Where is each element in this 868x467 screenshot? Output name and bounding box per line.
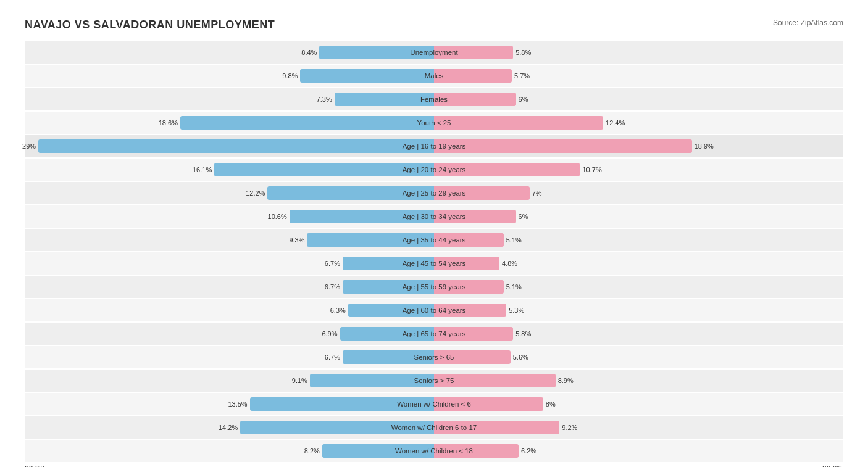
- row-inner: 7.3% 6% Females: [25, 88, 843, 110]
- navajo-bar: [214, 163, 434, 176]
- salvadoran-value: 5.6%: [513, 353, 528, 361]
- salvadoran-value: 6%: [519, 96, 528, 103]
- axis-right-label: 30.0%: [822, 465, 843, 467]
- row-inner: 8.2% 6.2% Women w/ Children < 18: [25, 440, 843, 462]
- navajo-value: 6.9%: [322, 330, 337, 337]
- navajo-value: 13.5%: [228, 400, 247, 408]
- bar-row: 8.4% 5.8% Unemployment: [25, 41, 843, 64]
- bar-row: 18.6% 12.4% Youth < 25: [25, 112, 843, 134]
- navajo-bar: [38, 139, 434, 153]
- right-section: 6.2%: [434, 440, 843, 462]
- right-section: 18.9%: [434, 135, 843, 157]
- navajo-bar: [348, 304, 434, 317]
- right-section: 5.1%: [434, 276, 843, 298]
- row-inner: 10.6% 6% Age | 30 to 34 years: [25, 205, 843, 228]
- navajo-bar: [290, 210, 434, 223]
- bar-row: 9.1% 8.9% Seniors > 75: [25, 370, 843, 392]
- left-section: 6.9%: [25, 323, 434, 345]
- salvadoran-value: 5.7%: [514, 72, 530, 80]
- bar-row: 8.2% 6.2% Women w/ Children < 18: [25, 440, 843, 462]
- left-section: 6.7%: [25, 276, 434, 298]
- right-section: 8.9%: [434, 370, 843, 392]
- salvadoran-bar: [434, 69, 512, 83]
- chart-title: NAVAJO VS SALVADORAN UNEMPLOYMENT: [25, 19, 275, 31]
- navajo-bar: [335, 93, 434, 106]
- left-section: 12.2%: [25, 182, 434, 204]
- bar-row: 12.2% 7% Age | 25 to 29 years: [25, 182, 843, 204]
- right-section: 5.1%: [434, 229, 843, 251]
- salvadoran-value: 18.9%: [695, 143, 714, 150]
- left-section: 10.6%: [25, 205, 434, 228]
- navajo-bar: [307, 233, 434, 247]
- right-section: 6%: [434, 205, 843, 228]
- navajo-value: 7.3%: [317, 96, 332, 103]
- navajo-value: 6.3%: [330, 307, 346, 314]
- navajo-value: 6.7%: [325, 260, 340, 267]
- bar-row: 29% 18.9% Age | 16 to 19 years: [25, 135, 843, 157]
- navajo-value: 9.3%: [289, 236, 304, 244]
- navajo-bar: [240, 421, 434, 434]
- row-inner: 6.3% 5.3% Age | 60 to 64 years: [25, 299, 843, 321]
- row-inner: 29% 18.9% Age | 16 to 19 years: [25, 135, 843, 157]
- salvadoran-value: 5.8%: [515, 330, 531, 337]
- salvadoran-bar: [434, 280, 504, 294]
- left-section: 7.3%: [25, 88, 434, 110]
- salvadoran-value: 9.2%: [562, 424, 577, 431]
- navajo-value: 10.6%: [268, 213, 287, 220]
- right-section: 5.7%: [434, 65, 843, 87]
- navajo-bar: [343, 350, 434, 364]
- navajo-bar: [300, 69, 434, 83]
- salvadoran-value: 5.8%: [515, 49, 531, 56]
- navajo-bar: [310, 374, 434, 387]
- salvadoran-bar: [434, 350, 511, 364]
- navajo-value: 8.2%: [304, 447, 320, 455]
- navajo-value: 14.2%: [219, 424, 238, 431]
- bar-row: 6.7% 5.1% Age | 55 to 59 years: [25, 276, 843, 298]
- left-section: 6.3%: [25, 299, 434, 321]
- left-section: 16.1%: [25, 159, 434, 181]
- salvadoran-value: 5.1%: [506, 283, 522, 291]
- axis-left-label: 30.0%: [25, 465, 46, 467]
- navajo-bar: [343, 257, 434, 270]
- salvadoran-bar: [434, 397, 543, 411]
- navajo-value: 6.7%: [325, 353, 340, 361]
- salvadoran-value: 12.4%: [606, 119, 625, 126]
- salvadoran-value: 7%: [532, 189, 542, 197]
- left-section: 8.2%: [25, 440, 434, 462]
- right-section: 5.8%: [434, 323, 843, 345]
- bar-row: 16.1% 10.7% Age | 20 to 24 years: [25, 159, 843, 181]
- right-section: 9.2%: [434, 416, 843, 439]
- navajo-value: 6.7%: [325, 283, 340, 291]
- salvadoran-value: 8%: [546, 400, 556, 408]
- salvadoran-bar: [434, 304, 506, 317]
- bar-row: 6.7% 5.6% Seniors > 65: [25, 346, 843, 368]
- salvadoran-value: 5.3%: [509, 307, 524, 314]
- left-section: 18.6%: [25, 112, 434, 134]
- bar-row: 9.3% 5.1% Age | 35 to 44 years: [25, 229, 843, 251]
- chart-source: Source: ZipAtlas.com: [773, 19, 843, 27]
- left-section: 9.8%: [25, 65, 434, 87]
- row-inner: 9.8% 5.7% Males: [25, 65, 843, 87]
- row-inner: 6.7% 5.6% Seniors > 65: [25, 346, 843, 368]
- salvadoran-bar: [434, 374, 556, 387]
- left-section: 6.7%: [25, 252, 434, 275]
- chart-header: NAVAJO VS SALVADORAN UNEMPLOYMENT Source…: [25, 19, 843, 31]
- row-inner: 8.4% 5.8% Unemployment: [25, 41, 843, 64]
- row-inner: 6.7% 5.1% Age | 55 to 59 years: [25, 276, 843, 298]
- left-section: 6.7%: [25, 346, 434, 368]
- right-section: 7%: [434, 182, 843, 204]
- left-section: 29%: [25, 135, 434, 157]
- right-section: 8%: [434, 393, 843, 415]
- right-section: 4.8%: [434, 252, 843, 275]
- salvadoran-value: 5.1%: [506, 236, 522, 244]
- chart-container: NAVAJO VS SALVADORAN UNEMPLOYMENT Source…: [12, 12, 856, 467]
- row-inner: 13.5% 8% Women w/ Children < 6: [25, 393, 843, 415]
- bar-row: 6.9% 5.8% Age | 65 to 74 years: [25, 323, 843, 345]
- row-inner: 18.6% 12.4% Youth < 25: [25, 112, 843, 134]
- row-inner: 6.7% 4.8% Age | 45 to 54 years: [25, 252, 843, 275]
- salvadoran-bar: [434, 116, 603, 130]
- navajo-value: 9.1%: [292, 377, 307, 384]
- right-section: 5.8%: [434, 41, 843, 64]
- left-section: 13.5%: [25, 393, 434, 415]
- navajo-bar: [267, 186, 434, 200]
